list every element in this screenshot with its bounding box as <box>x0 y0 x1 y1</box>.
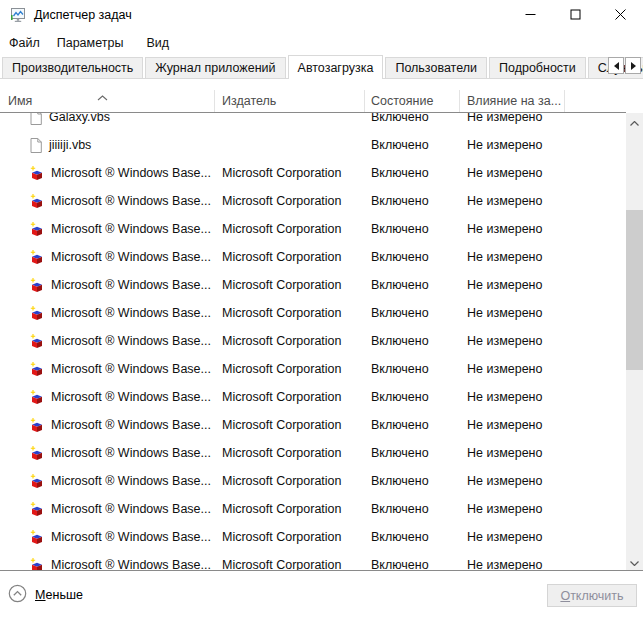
menu-options[interactable]: Параметры <box>49 33 132 53</box>
column-header-startup-impact[interactable]: Влияние на за... <box>460 90 565 112</box>
name-cell: Microsoft ® Windows Base... <box>0 222 215 237</box>
startup-item-row[interactable]: Microsoft ® Windows Base... Microsoft Co… <box>0 271 626 299</box>
file-icon <box>30 138 42 153</box>
publisher-cell: Microsoft Corporation <box>215 558 365 570</box>
startup-item-status: Включено <box>371 113 429 124</box>
impact-cell: Не измерено <box>460 222 565 236</box>
tab-bar: Производительность Журнал приложений Авт… <box>0 55 643 79</box>
app-cube-icon <box>30 194 44 209</box>
startup-item-row[interactable]: Microsoft ® Windows Base... Microsoft Co… <box>0 439 626 467</box>
startup-item-impact: Не измерено <box>467 278 542 292</box>
impact-cell: Не измерено <box>460 502 565 516</box>
name-cell: Microsoft ® Windows Base... <box>0 166 215 181</box>
startup-item-name: Microsoft ® Windows Base... <box>51 334 211 348</box>
startup-item-status: Включено <box>371 138 429 152</box>
startup-item-row[interactable]: jiiiiji.vbs Включено Не измерено <box>0 131 626 159</box>
publisher-cell: Microsoft Corporation <box>215 222 365 236</box>
startup-item-status: Включено <box>371 418 429 432</box>
startup-item-row[interactable]: Microsoft ® Windows Base... Microsoft Co… <box>0 383 626 411</box>
tab-performance[interactable]: Производительность <box>2 57 143 79</box>
impact-cell: Не измерено <box>460 194 565 208</box>
startup-item-publisher: Microsoft Corporation <box>222 250 342 264</box>
startup-item-impact: Не измерено <box>467 222 542 236</box>
footer-bar: Меньше Отключить <box>0 570 643 619</box>
file-icon <box>30 113 42 125</box>
scroll-down-button[interactable] <box>626 553 643 570</box>
startup-item-name: Microsoft ® Windows Base... <box>51 362 211 376</box>
maximize-button[interactable] <box>553 0 598 30</box>
startup-item-status: Включено <box>371 390 429 404</box>
startup-item-impact: Не измерено <box>467 113 542 124</box>
name-cell: jiiiiji.vbs <box>0 138 215 153</box>
impact-cell: Не измерено <box>460 113 565 124</box>
startup-item-row[interactable]: Microsoft ® Windows Base... Microsoft Co… <box>0 299 626 327</box>
startup-item-row[interactable]: Microsoft ® Windows Base... Microsoft Co… <box>0 327 626 355</box>
startup-item-publisher: Microsoft Corporation <box>222 278 342 292</box>
impact-cell: Не измерено <box>460 138 565 152</box>
status-cell: Включено <box>365 530 460 544</box>
startup-item-row[interactable]: Galaxy.vbs Включено Не измерено <box>0 113 626 131</box>
disable-button[interactable]: Отключить <box>547 584 637 607</box>
startup-item-row[interactable]: Microsoft ® Windows Base... Microsoft Co… <box>0 551 626 570</box>
tab-users[interactable]: Пользователи <box>385 57 487 79</box>
name-cell: Microsoft ® Windows Base... <box>0 278 215 293</box>
startup-item-row[interactable]: Microsoft ® Windows Base... Microsoft Co… <box>0 215 626 243</box>
startup-item-row[interactable]: Microsoft ® Windows Base... Microsoft Co… <box>0 159 626 187</box>
app-cube-icon <box>30 334 44 349</box>
name-cell: Microsoft ® Windows Base... <box>0 502 215 517</box>
startup-item-status: Включено <box>371 558 429 570</box>
startup-item-row[interactable]: Microsoft ® Windows Base... Microsoft Co… <box>0 411 626 439</box>
startup-item-name: Microsoft ® Windows Base... <box>51 222 211 236</box>
startup-item-row[interactable]: Microsoft ® Windows Base... Microsoft Co… <box>0 495 626 523</box>
startup-item-name: jiiiiji.vbs <box>49 138 91 152</box>
column-header-name[interactable]: Имя <box>0 90 215 112</box>
column-label: Состояние <box>371 94 433 108</box>
startup-item-name: Galaxy.vbs <box>49 113 110 124</box>
startup-item-publisher: Microsoft Corporation <box>222 222 342 236</box>
tab-scroll-left-button[interactable] <box>608 57 624 74</box>
startup-item-row[interactable]: Microsoft ® Windows Base... Microsoft Co… <box>0 523 626 551</box>
impact-cell: Не измерено <box>460 306 565 320</box>
name-cell: Microsoft ® Windows Base... <box>0 194 215 209</box>
app-cube-icon <box>30 418 44 433</box>
startup-item-row[interactable]: Microsoft ® Windows Base... Microsoft Co… <box>0 355 626 383</box>
menu-file[interactable]: Файл <box>1 33 48 53</box>
app-cube-icon <box>30 558 44 571</box>
startup-list: Galaxy.vbs Включено Не измерено jiiiij <box>0 113 626 570</box>
scroll-up-button[interactable] <box>626 113 643 130</box>
disable-button-label: Отключить <box>548 589 636 603</box>
status-cell: Включено <box>365 502 460 516</box>
scrollbar-thumb[interactable] <box>626 210 643 370</box>
column-label: Имя <box>8 94 32 108</box>
tab-details[interactable]: Подробности <box>489 57 586 79</box>
vertical-scrollbar[interactable] <box>626 113 643 570</box>
fewer-details-toggle[interactable]: Меньше <box>8 584 83 606</box>
minimize-button[interactable] <box>508 0 553 30</box>
impact-cell: Не измерено <box>460 474 565 488</box>
startup-item-impact: Не измерено <box>467 502 542 516</box>
startup-item-status: Включено <box>371 362 429 376</box>
publisher-cell: Microsoft Corporation <box>215 250 365 264</box>
startup-item-name: Microsoft ® Windows Base... <box>51 278 211 292</box>
startup-item-row[interactable]: Microsoft ® Windows Base... Microsoft Co… <box>0 187 626 215</box>
startup-item-row[interactable]: Microsoft ® Windows Base... Microsoft Co… <box>0 243 626 271</box>
task-manager-window: Диспетчер задач Файл Параметры Вид <box>0 0 643 619</box>
startup-item-row[interactable]: Microsoft ® Windows Base... Microsoft Co… <box>0 467 626 495</box>
tab-scroll-right-button[interactable] <box>625 57 641 74</box>
minimize-icon <box>525 8 536 23</box>
publisher-cell: Microsoft Corporation <box>215 530 365 544</box>
startup-item-name: Microsoft ® Windows Base... <box>51 418 211 432</box>
menu-view[interactable]: Вид <box>138 33 177 53</box>
startup-item-publisher: Microsoft Corporation <box>222 306 342 320</box>
column-label: Издатель <box>222 94 276 108</box>
name-cell: Microsoft ® Windows Base... <box>0 474 215 489</box>
tab-app-history[interactable]: Журнал приложений <box>145 57 285 79</box>
close-button[interactable] <box>598 0 643 30</box>
startup-item-impact: Не измерено <box>467 138 542 152</box>
tab-startup[interactable]: Автозагрузка <box>288 55 384 79</box>
startup-item-publisher: Microsoft Corporation <box>222 502 342 516</box>
sort-ascending-icon <box>97 90 108 104</box>
startup-item-publisher: Microsoft Corporation <box>222 418 342 432</box>
column-header-publisher[interactable]: Издатель <box>215 90 365 112</box>
column-header-status[interactable]: Состояние <box>365 90 460 112</box>
